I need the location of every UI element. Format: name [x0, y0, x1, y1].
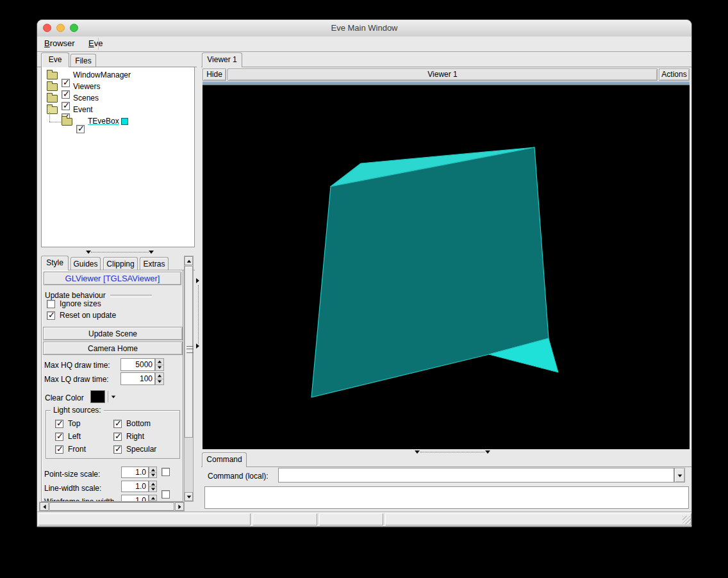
actions-button[interactable]: Actions — [659, 69, 690, 81]
splitter-dotted-line — [198, 285, 199, 344]
tab-guides[interactable]: Guides — [70, 257, 101, 270]
hscrollbar-thumb[interactable] — [49, 502, 174, 511]
tab-extras[interactable]: Extras — [140, 257, 169, 270]
viewer-command-splitter[interactable] — [201, 450, 692, 455]
clear-color-label: Clear Color — [45, 393, 84, 402]
point-size-stepper[interactable] — [149, 467, 157, 478]
status-cell — [38, 513, 251, 525]
checkbox-box[interactable] — [47, 311, 55, 320]
tab-style[interactable]: Style — [41, 256, 69, 270]
max-hq-stepper[interactable] — [155, 358, 164, 371]
tab-files[interactable]: Files — [70, 54, 96, 67]
tree-item-windowmanager[interactable]: WindowManager — [42, 70, 194, 81]
wireframe-input[interactable]: 1.0 — [121, 495, 149, 502]
spin-down-icon[interactable] — [156, 365, 163, 370]
wireframe-label: Wireframe line-width — [44, 497, 114, 502]
menu-eve[interactable]: Eve — [83, 37, 108, 51]
folder-icon — [62, 118, 72, 126]
tree-label-windowmanager[interactable]: WindowManager — [73, 70, 131, 79]
tree-item-event[interactable]: Event — [42, 104, 194, 116]
scroll-right-button[interactable] — [175, 502, 184, 511]
tree-item-tevebox[interactable]: TEveBox — [42, 116, 194, 128]
tree-item-viewers[interactable]: Viewers — [42, 81, 194, 93]
tree-label-tevebox[interactable]: TEveBox — [88, 117, 119, 126]
update-behaviour-label: Update behaviour — [45, 291, 106, 300]
status-cell — [252, 513, 317, 525]
hide-button[interactable]: Hide — [203, 69, 226, 81]
desktop: { "titlebar": { "title": "Eve Main Windo… — [0, 0, 728, 578]
line-width-stepper[interactable] — [149, 481, 157, 492]
window-bottom-edge — [37, 526, 692, 527]
tevebox-3d-render — [203, 85, 690, 450]
thumb-grip — [186, 346, 194, 353]
checkbox-box[interactable] — [113, 420, 122, 428]
splitter-arrow-icon — [149, 251, 154, 254]
checkbox-box[interactable] — [113, 445, 122, 454]
checkbox-box[interactable] — [55, 445, 63, 454]
command-dropdown-button[interactable] — [674, 468, 685, 483]
splitter-arrow-icon — [485, 450, 490, 454]
camera-home-button[interactable]: Camera Home — [43, 342, 183, 355]
gl-viewport[interactable] — [203, 85, 690, 449]
chevron-down-icon — [112, 396, 115, 399]
max-lq-stepper[interactable] — [155, 372, 164, 385]
tree-label-scenes[interactable]: Scenes — [73, 94, 99, 103]
open-folder-icon — [47, 106, 58, 114]
command-input[interactable] — [278, 468, 674, 483]
checkbox-box[interactable] — [113, 433, 122, 441]
scroll-down-button[interactable] — [185, 492, 193, 501]
editor-vscrollbar[interactable] — [184, 256, 194, 502]
folder-icon — [47, 95, 58, 103]
menubar-divider — [98, 38, 99, 50]
tree-checkbox-tevebox[interactable] — [76, 125, 85, 133]
resize-grip[interactable] — [682, 516, 691, 524]
clear-color-swatch[interactable] — [90, 390, 105, 403]
tree-editor-splitter[interactable] — [41, 249, 195, 255]
title-bar[interactable]: Eve Main Window — [37, 20, 691, 37]
tree-label-event[interactable]: Event — [73, 105, 93, 114]
viewer-titlebar[interactable]: Viewer 1 — [228, 69, 658, 81]
tree-connector-line — [49, 122, 61, 122]
splitter-dotted-line — [420, 452, 484, 452]
max-hq-input[interactable]: 5000 — [120, 358, 155, 371]
spin-down-icon[interactable] — [149, 472, 156, 477]
line-width-override-checkbox[interactable] — [161, 490, 170, 499]
tab-eve[interactable]: Eve — [41, 53, 69, 67]
wireframe-stepper[interactable] — [149, 495, 157, 502]
menu-bar: Browser Eve — [37, 37, 691, 52]
scroll-up-button[interactable] — [185, 256, 193, 265]
max-lq-input[interactable]: 100 — [120, 372, 155, 385]
line-width-input[interactable]: 1.0 — [121, 481, 149, 492]
editor-hscrollbar[interactable] — [39, 502, 185, 511]
update-scene-button[interactable]: Update Scene — [43, 327, 183, 340]
tree-label-viewers[interactable]: Viewers — [73, 82, 100, 91]
checkbox-box[interactable] — [47, 300, 55, 308]
scroll-left-button[interactable] — [40, 502, 49, 511]
splitter-dotted-line — [91, 252, 149, 252]
spin-down-icon[interactable] — [156, 379, 163, 384]
checkbox-box[interactable] — [55, 420, 63, 428]
dropdown-divider — [108, 391, 108, 402]
folder-icon — [47, 83, 58, 91]
tree-item-scenes[interactable]: Scenes — [42, 93, 194, 104]
line-width-label: Line-width scale: — [44, 484, 101, 493]
spin-down-icon[interactable] — [149, 486, 156, 491]
eve-tree-view: WindowManager Viewers Scenes Event TEveB… — [41, 67, 195, 247]
eve-main-window: Eve Main Window Browser Eve Eve Files Wi… — [37, 19, 692, 527]
splitter-arrow-icon — [86, 251, 91, 254]
point-size-override-checkbox[interactable] — [161, 468, 170, 476]
tab-clipping[interactable]: Clipping — [103, 257, 138, 270]
checkbox-box[interactable] — [55, 433, 63, 441]
vscrollbar-thumb[interactable] — [185, 266, 193, 438]
clear-color-dropdown[interactable] — [108, 390, 119, 403]
command-local-label: Command (local): — [208, 472, 269, 481]
gl-editor-panel: GLViewer [TGLSAViewer] Update behaviour … — [41, 270, 183, 502]
menu-browser[interactable]: Browser — [38, 37, 81, 51]
point-size-input[interactable]: 1.0 — [121, 467, 149, 478]
tab-command[interactable]: Command — [202, 452, 247, 467]
update-behaviour-rule — [110, 295, 152, 297]
command-output-area[interactable] — [204, 486, 689, 509]
panel-vsplitter[interactable] — [195, 51, 201, 511]
tab-viewer-1[interactable]: Viewer 1 — [202, 53, 242, 67]
status-bar — [37, 511, 692, 527]
